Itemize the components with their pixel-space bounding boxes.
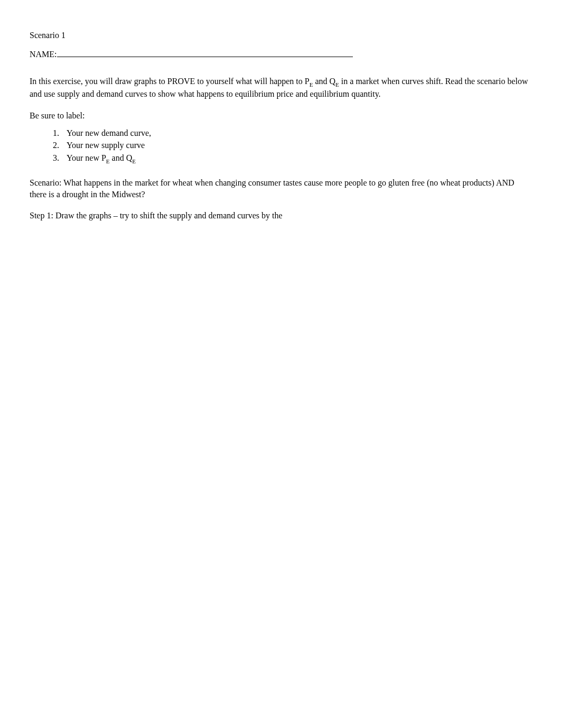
item3-prefix: Your new <box>67 153 101 162</box>
pe-sub: E <box>98 505 101 512</box>
name-row: NAME: <box>30 49 531 60</box>
name-input-line[interactable] <box>57 49 353 57</box>
demand-label: D <box>304 431 311 443</box>
pe-prefix: What happened to P <box>30 501 98 510</box>
label-item-2: Your new supply curve <box>61 139 531 151</box>
supply-demand-graph: P S D Q <box>30 258 315 464</box>
label-item-3: Your new PE and QE <box>61 152 531 165</box>
name-label: NAME: <box>30 49 57 60</box>
conclusion-title: CONCLUSION: <box>30 475 531 495</box>
subscript-e: E <box>310 81 313 88</box>
step-2-hidden: Step 2: Write your conclusion about what… <box>30 231 505 242</box>
step-1: Step 1: Draw the graphs – try to shift t… <box>30 210 531 222</box>
pe-question: What happened to PE? <box>30 495 531 515</box>
pe-suffix: ? <box>101 501 107 510</box>
intro-paragraph: In this exercise, you will draw graphs t… <box>30 76 531 100</box>
label-list: Your new demand curve, Your new supply c… <box>61 127 531 165</box>
intro-text: In this exercise, you will draw graphs t… <box>30 77 528 99</box>
subscript-e: E <box>335 81 339 88</box>
item3-pe: P <box>101 153 106 162</box>
item3-e1: E <box>106 158 110 164</box>
scenario-title: Scenario 1 <box>30 30 531 41</box>
step1-prefix: Step 1: Draw the graphs – try to shift t… <box>30 211 285 220</box>
p-axis-label: P <box>30 269 34 280</box>
item3-e2: E <box>132 158 136 164</box>
qe-suffix: ? <box>103 521 109 530</box>
step1-hidden-suffix: SAME amount <box>285 211 335 220</box>
conclusion-block: CONCLUSION: What happened to PE? What ha… <box>30 475 531 536</box>
supply-label: S <box>294 258 298 270</box>
item3-mid: and <box>110 153 126 162</box>
item3-qe: Q <box>126 153 133 162</box>
qe-answer-line[interactable] <box>111 520 153 528</box>
label-item-1: Your new demand curve, <box>61 127 531 139</box>
pe-answer-line[interactable] <box>109 500 152 508</box>
scenario-paragraph: Scenario: What happens in the market for… <box>30 177 531 201</box>
qe-prefix: What happened to Q <box>30 521 99 530</box>
qe-question: What happened to QE? <box>30 515 531 536</box>
q-axis-label: Q <box>304 453 311 464</box>
qe-sub: E <box>99 526 103 532</box>
be-sure-to-label: Be sure to label: <box>30 110 531 122</box>
graph-svg <box>30 258 315 464</box>
